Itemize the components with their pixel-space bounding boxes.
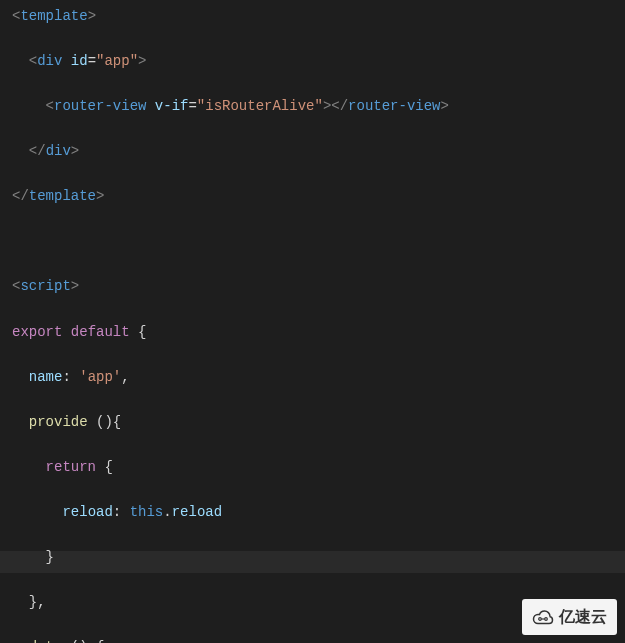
code-block: <template> <div id="app"> <router-view v… [0,5,625,643]
code-line: <script> [12,275,625,298]
svg-point-0 [539,618,542,621]
watermark-badge: 亿速云 [522,599,617,635]
code-line: </template> [12,185,625,208]
code-line: export default { [12,321,625,344]
code-line: } [12,546,625,569]
code-editor[interactable]: <template> <div id="app"> <router-view v… [0,0,625,643]
code-line: name: 'app', [12,366,625,389]
code-line: <template> [12,5,625,28]
code-line: provide (){ [12,411,625,434]
code-line: <div id="app"> [12,50,625,73]
code-line: data () { [12,636,625,643]
watermark-text: 亿速云 [559,604,607,630]
code-line: return { [12,456,625,479]
code-line: <router-view v-if="isRouterAlive"></rout… [12,95,625,118]
code-line [12,230,625,253]
code-line: </div> [12,140,625,163]
svg-point-1 [545,618,548,621]
cloud-icon [532,609,554,625]
code-line: reload: this.reload [12,501,625,524]
